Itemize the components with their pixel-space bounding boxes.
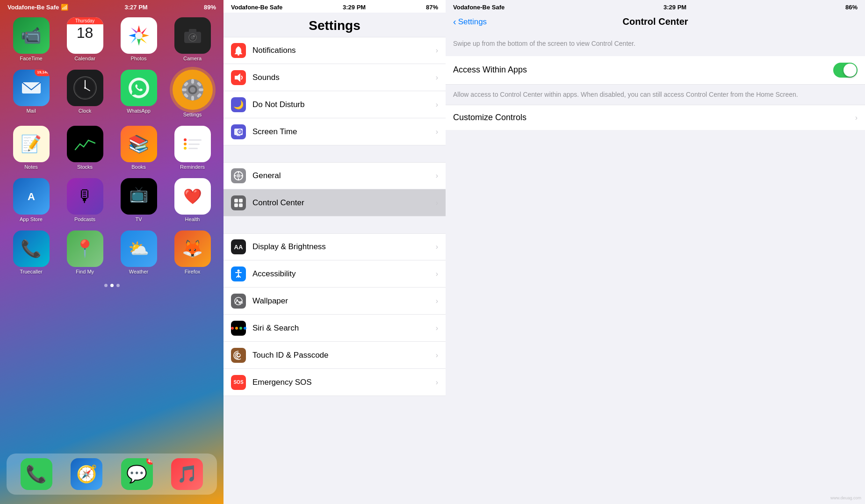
clock-label: Clock: [79, 108, 92, 114]
general-icon: [231, 168, 246, 183]
cc-access-within-apps-row[interactable]: Access Within Apps: [446, 56, 865, 85]
settings-row-siri[interactable]: Siri & Search ›: [223, 315, 446, 342]
app-books[interactable]: 📚 Books: [114, 126, 163, 170]
stocks-label: Stocks: [77, 164, 93, 170]
notifications-icon: [231, 43, 246, 58]
cc-access-card: Access Within Apps: [446, 56, 865, 85]
dock-music[interactable]: 🎵: [171, 458, 203, 490]
books-icon: 📚: [121, 126, 157, 162]
screentime-icon: [231, 124, 246, 139]
findmy-icon: 📍: [67, 230, 103, 267]
notes-label: Notes: [24, 164, 38, 170]
dock-messages[interactable]: 💬 45: [121, 458, 153, 490]
app-podcasts[interactable]: 🎙 Podcasts: [60, 178, 109, 222]
cc-back-label: Settings: [458, 17, 487, 27]
cc-customize-row[interactable]: Customize Controls ›: [446, 105, 865, 130]
time-label: 3:27 PM: [125, 4, 148, 11]
emergency-chevron: ›: [436, 378, 438, 387]
section-gap-2: [223, 216, 446, 233]
health-label: Health: [185, 216, 200, 222]
settings-row-donotdisturb[interactable]: 🌙 Do Not Disturb ›: [223, 91, 446, 118]
dot-3: [116, 284, 120, 287]
settings-row-notifications[interactable]: Notifications ›: [223, 37, 446, 64]
sounds-icon: [231, 70, 246, 85]
dock-safari[interactable]: 🧭: [71, 458, 102, 490]
battery-label: 89%: [204, 4, 216, 11]
stocks-icon: [67, 126, 103, 162]
dock: 📞 🧭 💬 45 🎵: [7, 454, 217, 495]
svg-point-6: [193, 36, 195, 37]
display-icon: AA: [231, 239, 246, 254]
settings-section-3: AA Display & Brightness › Accessibility …: [223, 233, 446, 396]
settings-row-general[interactable]: General ›: [223, 162, 446, 189]
app-stocks[interactable]: Stocks: [60, 126, 109, 170]
notes-icon: 📝: [13, 126, 50, 162]
settings-label: Settings: [183, 112, 202, 117]
carrier-label: Vodafone-Be Safe: [7, 4, 59, 11]
accessibility-icon: [231, 266, 246, 281]
app-appletv[interactable]: 📺 TV: [114, 178, 163, 222]
calendar-day: 18: [77, 25, 94, 40]
app-notes[interactable]: 📝 Notes: [7, 126, 56, 170]
app-appstore[interactable]: A App Store: [7, 178, 56, 222]
cc-back-button[interactable]: ‹ Settings: [453, 16, 487, 27]
app-camera[interactable]: Camera: [168, 17, 217, 61]
app-health[interactable]: ❤️ Health: [168, 178, 217, 222]
notifications-chevron: ›: [436, 46, 438, 55]
settings-row-wallpaper[interactable]: Wallpaper ›: [223, 288, 446, 315]
touchid-icon: [231, 348, 246, 363]
settings-row-touchid[interactable]: Touch ID & Passcode ›: [223, 342, 446, 369]
settings-row-controlcenter[interactable]: Control Center ›: [223, 189, 446, 216]
safari-icon: 🧭: [71, 458, 102, 490]
cc-access-label: Access Within Apps: [453, 65, 833, 75]
svg-rect-2: [189, 29, 196, 33]
app-facetime[interactable]: 📹 FaceTime: [7, 17, 56, 61]
app-calendar[interactable]: Thursday 18 Calendar: [60, 17, 109, 61]
svg-point-44: [238, 269, 240, 272]
reminders-label: Reminders: [180, 164, 205, 170]
settings-status-bar: Vodafone-Be Safe 3:29 PM 87%: [223, 0, 446, 13]
controlcenter-label: Control Center: [252, 198, 436, 208]
app-weather[interactable]: ⛅ Weather: [114, 230, 163, 274]
app-reminders[interactable]: Reminders: [168, 126, 217, 170]
svg-rect-40: [234, 199, 238, 202]
settings-row-emergency[interactable]: SOS Emergency SOS ›: [223, 369, 446, 396]
homescreen-status-bar: Vodafone-Be Safe 📶 3:27 PM 89%: [0, 0, 223, 13]
appletv-icon: 📺: [121, 178, 157, 215]
photos-label: Photos: [130, 56, 146, 61]
app-findmy[interactable]: 📍 Find My: [60, 230, 109, 274]
cc-empty-area: www.deuag.com: [446, 130, 865, 504]
app-whatsapp[interactable]: WhatsApp: [114, 70, 163, 117]
controlcenter-icon: [231, 195, 246, 210]
app-mail[interactable]: 19,140 Mail: [7, 70, 56, 117]
siri-chevron: ›: [436, 324, 438, 332]
app-settings[interactable]: Settings: [168, 70, 217, 117]
cc-customize-label: Customize Controls: [453, 113, 855, 122]
mail-label: Mail: [26, 108, 36, 114]
settings-carrier: Vodafone-Be Safe: [231, 4, 282, 11]
app-clock[interactable]: Clock: [60, 70, 109, 117]
settings-row-accessibility[interactable]: Accessibility ›: [223, 260, 446, 288]
display-label: Display & Brightness: [252, 242, 436, 252]
cc-battery: 86%: [845, 4, 858, 11]
weather-icon: ⛅: [121, 230, 157, 267]
svg-text:A: A: [28, 191, 35, 202]
settings-row-screentime[interactable]: Screen Time ›: [223, 118, 446, 145]
app-truecaller[interactable]: 📞 Truecaller: [7, 230, 56, 274]
podcasts-label: Podcasts: [74, 216, 95, 222]
status-right: 89%: [204, 4, 216, 11]
svg-point-35: [237, 174, 240, 178]
settings-row-display[interactable]: AA Display & Brightness ›: [223, 233, 446, 260]
wallpaper-icon: [231, 294, 246, 309]
sounds-chevron: ›: [436, 73, 438, 82]
wifi-icon: 📶: [61, 4, 68, 11]
reminders-icon: [174, 126, 211, 162]
app-photos[interactable]: Photos: [114, 17, 163, 61]
calendar-month: Thursday: [67, 17, 103, 24]
cc-description: Swipe up from the bottom of the screen t…: [446, 33, 865, 56]
dock-phone[interactable]: 📞: [21, 458, 52, 490]
dot-2: [110, 284, 114, 287]
app-firefox[interactable]: 🦊 Firefox: [168, 230, 217, 274]
settings-row-sounds[interactable]: Sounds ›: [223, 64, 446, 91]
access-within-apps-toggle[interactable]: [833, 63, 858, 78]
